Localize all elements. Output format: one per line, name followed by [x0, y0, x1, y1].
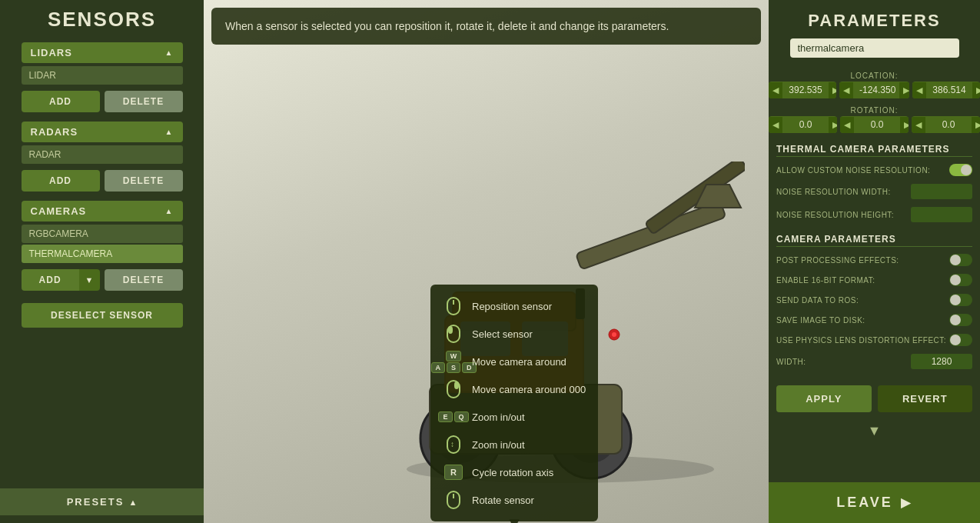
loc-z-ctrl: ◀ 386.514 ▶: [912, 82, 980, 98]
camera-add-dropdown[interactable]: ▼: [79, 269, 100, 291]
leave-label: LEAVE: [836, 495, 893, 511]
bit16-label: ENABLE 16-BIT FORMAT:: [776, 276, 949, 285]
loc-z-increase[interactable]: ▶: [972, 82, 980, 98]
radar-delete-button[interactable]: DELETE: [105, 170, 183, 192]
leave-button[interactable]: LEAVE ▶: [769, 482, 980, 523]
right-panel: PARAMETERS LOCATION: ◀ 392.535 ▶ ◀ -124.…: [769, 0, 980, 523]
camera-btn-row: ADD ▼ DELETE: [22, 269, 183, 291]
noise-width-row: NOISE RESOLUTION WIDTH:: [769, 180, 980, 203]
rot-z-increase[interactable]: ▶: [972, 117, 980, 133]
menu-label-move-wasd: Move camera around: [472, 356, 566, 368]
rot-y-decrease[interactable]: ◀: [840, 117, 854, 133]
rot-x-ctrl: ◀ 0.0 ▶: [769, 116, 837, 133]
lidar-btn-row: ADD DELETE: [22, 91, 183, 112]
camera-section-title: CAMERA PARAMETERS: [776, 234, 972, 247]
bit16-toggle[interactable]: [949, 274, 972, 286]
svg-point-16: [612, 332, 616, 337]
presets-bar[interactable]: PRESETS ▲: [0, 488, 204, 515]
rgbcamera-item[interactable]: RGBCAMERA: [22, 225, 183, 243]
cameras-section-header[interactable]: CAMERAS ▲: [22, 201, 183, 222]
svg-rect-12: [576, 202, 726, 270]
panel-title: SENSORS: [48, 8, 156, 32]
radars-chevron-icon: ▲: [165, 128, 174, 136]
rot-x-increase[interactable]: ▶: [829, 117, 837, 133]
loc-x-value: 392.535: [782, 82, 829, 98]
allow-noise-toggle[interactable]: [949, 164, 972, 176]
noise-height-input[interactable]: [911, 207, 972, 222]
lidar-item[interactable]: LIDAR: [22, 66, 183, 85]
rot-z-decrease[interactable]: ◀: [912, 117, 925, 133]
center-panel: When a sensor is selected you can reposi…: [204, 0, 769, 523]
rot-y-increase[interactable]: ▶: [900, 117, 909, 133]
menu-item-cycle-r[interactable]: R Cycle rotation axis: [430, 458, 598, 486]
revert-button[interactable]: REVERT: [878, 385, 973, 412]
info-box: When a sensor is selected you can reposi…: [211, 8, 761, 45]
menu-item-select[interactable]: Select sensor: [430, 320, 598, 348]
mouse-icon-move: [443, 381, 464, 398]
menu-item-zoom-eq[interactable]: EQ Zoom in/out: [430, 403, 598, 431]
post-proc-toggle[interactable]: [949, 254, 972, 266]
send-ros-row: SEND DATA TO ROS:: [769, 290, 980, 310]
apply-button[interactable]: APPLY: [776, 385, 872, 412]
loc-y-increase[interactable]: ▶: [899, 82, 909, 98]
physics-lens-toggle[interactable]: [949, 334, 972, 346]
radars-section-header[interactable]: RADARS ▲: [22, 122, 183, 142]
menu-label-reposition: Reposition sensor: [472, 301, 552, 312]
send-ros-toggle[interactable]: [949, 294, 972, 306]
loc-z-value: 386.514: [926, 82, 972, 98]
loc-z-decrease[interactable]: ◀: [912, 82, 926, 98]
svg-text:↕: ↕: [450, 440, 454, 448]
mouse-icon-rotate: [443, 491, 464, 508]
loc-x-increase[interactable]: ▶: [829, 82, 836, 98]
menu-label-move-mouse: Move camera around 000: [472, 384, 586, 395]
menu-label-select: Select sensor: [472, 328, 533, 340]
menu-item-reposition[interactable]: Reposition sensor: [430, 292, 598, 320]
left-panel: SENSORS LIDARS ▲ LIDAR ADD DELETE RADARS…: [0, 0, 204, 523]
sensor-name-input[interactable]: [790, 38, 959, 58]
loc-x-decrease[interactable]: ◀: [769, 82, 782, 98]
menu-label-rotate-sensor: Rotate sensor: [472, 495, 534, 506]
radar-add-button[interactable]: ADD: [22, 170, 100, 192]
rot-y-value: 0.0: [854, 116, 900, 133]
rot-x-decrease[interactable]: ◀: [769, 117, 782, 133]
loc-x-ctrl: ◀ 392.535 ▶: [769, 82, 836, 98]
scroll-down-icon: ▼: [769, 421, 980, 444]
rotation-label: ROTATION:: [769, 106, 980, 115]
eq-icon: EQ: [443, 408, 464, 425]
loc-y-ctrl: ◀ -124.350 ▶: [839, 82, 909, 98]
camera-add-split: ADD ▼: [22, 269, 100, 291]
thermalcamera-item[interactable]: THERMALCAMERA: [22, 245, 183, 263]
thermal-section-title: THERMAL CAMERA PARAMETERS: [776, 144, 972, 157]
save-disk-toggle[interactable]: [949, 314, 972, 326]
menu-arrow-down-icon: ▼: [506, 514, 523, 523]
noise-width-label: NOISE RESOLUTION WIDTH:: [776, 188, 911, 196]
apply-revert-row: APPLY REVERT: [769, 376, 980, 421]
radar-item[interactable]: RADAR: [22, 145, 183, 164]
menu-item-move-mouse[interactable]: Move camera around 000: [430, 375, 598, 403]
wasd-icon: W ASD: [443, 353, 464, 370]
width-input[interactable]: [911, 354, 972, 369]
info-text: When a sensor is selected you can reposi…: [225, 20, 669, 32]
rotation-row: ◀ 0.0 ▶ ◀ 0.0 ▶ ◀ 0.0 ▶: [769, 116, 980, 133]
deselect-sensor-button[interactable]: DESELECT SENSOR: [22, 303, 183, 328]
lidar-add-button[interactable]: ADD: [22, 91, 100, 112]
lidars-section-header[interactable]: LIDARS ▲: [22, 42, 183, 63]
lidar-delete-button[interactable]: DELETE: [105, 91, 183, 112]
bit16-row: ENABLE 16-BIT FORMAT:: [769, 270, 980, 290]
loc-y-decrease[interactable]: ◀: [839, 82, 853, 98]
lidars-chevron-icon: ▲: [165, 48, 174, 57]
menu-item-rotate-sensor[interactable]: Rotate sensor: [430, 486, 598, 514]
mouse-icon-reposition: [443, 298, 464, 315]
presets-label: PRESETS: [67, 496, 125, 508]
location-row: ◀ 392.535 ▶ ◀ -124.350 ▶ ◀ 386.514 ▶: [769, 82, 980, 98]
parameters-title: PARAMETERS: [769, 0, 980, 38]
camera-add-button[interactable]: ADD: [22, 269, 79, 291]
camera-delete-button[interactable]: DELETE: [105, 269, 183, 291]
send-ros-label: SEND DATA TO ROS:: [776, 296, 949, 305]
menu-item-move-wasd[interactable]: W ASD Move camera around: [430, 348, 598, 375]
menu-item-zoom-scroll[interactable]: ↕ Zoom in/out: [430, 431, 598, 458]
radar-btn-row: ADD DELETE: [22, 170, 183, 192]
noise-width-input[interactable]: [911, 184, 972, 199]
rot-z-value: 0.0: [925, 116, 972, 133]
location-label: LOCATION:: [769, 72, 980, 80]
